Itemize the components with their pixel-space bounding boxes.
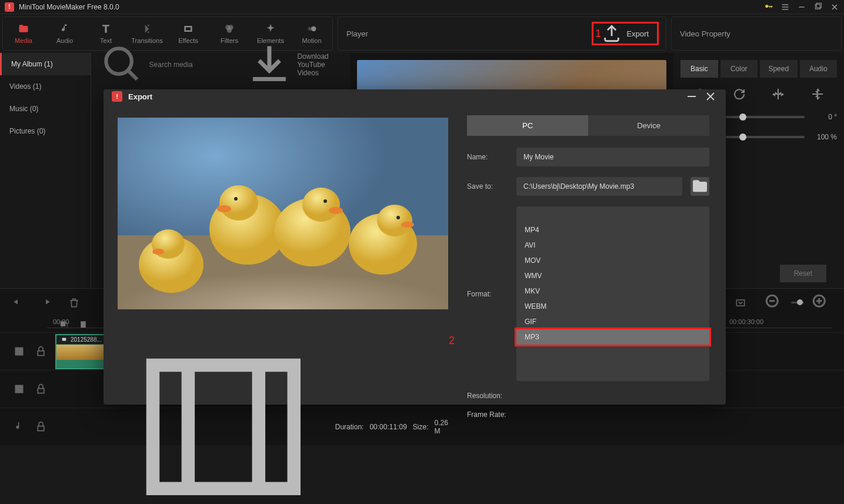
tab-device[interactable]: Device <box>588 115 709 136</box>
tool-audio[interactable]: Audio <box>44 17 85 50</box>
flip-v-icon[interactable] <box>810 87 825 101</box>
ruler-time-end: 00:00:30:00 <box>729 318 763 325</box>
timeline-zoom-slider[interactable] <box>791 302 804 303</box>
format-option-mkv[interactable]: MKV <box>516 283 709 299</box>
fit-icon[interactable] <box>735 297 746 309</box>
name-label: Name: <box>467 153 508 161</box>
sparkle-icon <box>265 23 276 35</box>
format-dropdown: MP4 AVI MOV WMV MKV WEBM GIF MP3 <box>516 222 709 345</box>
modal-minimize-icon[interactable] <box>685 89 699 104</box>
motion-icon <box>306 23 318 35</box>
format-option-mp3[interactable]: MP3 <box>515 328 711 346</box>
sidebar-item-myalbum[interactable]: My Album (1) <box>0 53 91 75</box>
svg-point-16 <box>106 48 131 74</box>
svg-point-50 <box>377 205 412 236</box>
svg-rect-30 <box>15 385 24 393</box>
format-option-webm[interactable]: WEBM <box>516 299 709 314</box>
app-title: MiniTool MovieMaker Free 8.0.0 <box>19 3 764 11</box>
transitions-icon <box>141 23 153 35</box>
music-icon <box>59 23 71 35</box>
modal-app-icon <box>112 91 122 102</box>
search-input[interactable] <box>149 58 238 71</box>
format-option-mp4[interactable]: MP4 <box>516 222 709 238</box>
text-icon <box>100 23 112 35</box>
trash-icon[interactable] <box>68 297 80 309</box>
format-option-mov[interactable]: MOV <box>516 253 709 268</box>
minimize-icon[interactable] <box>797 2 806 12</box>
browse-folder-button[interactable] <box>690 177 709 196</box>
props-tab-basic[interactable]: Basic <box>680 60 718 78</box>
lock-icon[interactable] <box>35 345 47 358</box>
zoom-in-icon[interactable] <box>810 292 832 314</box>
modal-close-icon[interactable] <box>703 89 718 104</box>
save-icon[interactable] <box>13 345 25 358</box>
lock-icon[interactable] <box>35 383 47 395</box>
key-icon[interactable] <box>764 2 773 12</box>
duration-label: Duration: <box>335 423 364 431</box>
clip-name: 20125288... <box>71 336 102 343</box>
saveto-label: Save to: <box>467 182 508 191</box>
download-youtube-link[interactable]: Download YouTube Videos <box>245 40 341 89</box>
svg-rect-9 <box>186 28 191 31</box>
svg-rect-18 <box>736 300 744 306</box>
undo-icon[interactable] <box>12 297 24 309</box>
player-label: Player <box>346 29 368 38</box>
props-tab-audio[interactable]: Audio <box>800 60 838 78</box>
svg-point-12 <box>227 28 232 32</box>
export-modal: Export <box>104 89 726 405</box>
tool-media[interactable]: Media <box>3 17 44 50</box>
svg-point-40 <box>152 249 164 255</box>
resolution-label: Resolution: <box>467 392 508 400</box>
format-label: Format: <box>467 290 508 298</box>
zoom-out-icon[interactable] <box>763 292 785 314</box>
svg-point-43 <box>217 205 231 212</box>
upload-icon <box>602 24 622 44</box>
video-property-panel-header: Video Property <box>671 16 842 51</box>
download-icon <box>245 40 294 89</box>
rotate-right-icon[interactable] <box>732 87 746 101</box>
filters-icon <box>223 23 235 35</box>
svg-rect-26 <box>81 321 86 328</box>
save-icon[interactable] <box>13 383 25 395</box>
titlebar: MiniTool MovieMaker Free 8.0.0 <box>0 0 844 14</box>
format-option-wmv[interactable]: WMV <box>516 268 709 283</box>
export-button-top[interactable]: Export <box>592 22 659 45</box>
maximize-icon[interactable] <box>813 2 823 12</box>
svg-rect-53 <box>153 365 294 489</box>
menu-icon[interactable] <box>780 2 790 12</box>
props-tab-color[interactable]: Color <box>720 60 758 78</box>
redo-icon[interactable] <box>40 297 52 309</box>
svg-rect-5 <box>816 3 821 8</box>
name-input[interactable] <box>516 148 709 166</box>
svg-point-47 <box>329 207 343 214</box>
svg-point-51 <box>401 222 414 228</box>
reset-button[interactable]: Reset <box>780 265 826 282</box>
sidebar-item-pictures[interactable]: Pictures (0) <box>0 120 91 142</box>
modal-title: Export <box>128 92 680 101</box>
folder-icon <box>690 177 709 196</box>
svg-rect-31 <box>38 389 44 393</box>
flip-h-icon[interactable] <box>771 87 785 101</box>
app-logo-icon <box>5 2 14 12</box>
svg-point-46 <box>302 188 340 222</box>
format-option-avi[interactable]: AVI <box>516 238 709 253</box>
lock-icon[interactable] <box>35 420 47 433</box>
music-icon[interactable] <box>13 420 25 433</box>
sidebar-item-videos[interactable]: Videos (1) <box>0 75 91 98</box>
export-preview <box>118 118 448 309</box>
svg-point-48 <box>323 199 327 203</box>
ducklings-image <box>118 118 448 309</box>
sidebar-item-music[interactable]: Music (0) <box>0 98 91 120</box>
svg-rect-27 <box>15 348 24 356</box>
saveto-input[interactable] <box>516 177 682 196</box>
props-tab-speed[interactable]: Speed <box>760 60 798 78</box>
svg-line-17 <box>128 70 138 79</box>
folder-icon <box>18 23 29 35</box>
duration-value: 00:00:11:09 <box>369 423 406 431</box>
close-icon[interactable] <box>830 2 839 12</box>
tab-pc[interactable]: PC <box>467 115 588 136</box>
rotation-value: 0 ° <box>810 113 837 121</box>
ruler-time-start: 00:00 <box>53 318 69 325</box>
svg-rect-28 <box>38 351 44 356</box>
svg-rect-29 <box>62 338 66 341</box>
